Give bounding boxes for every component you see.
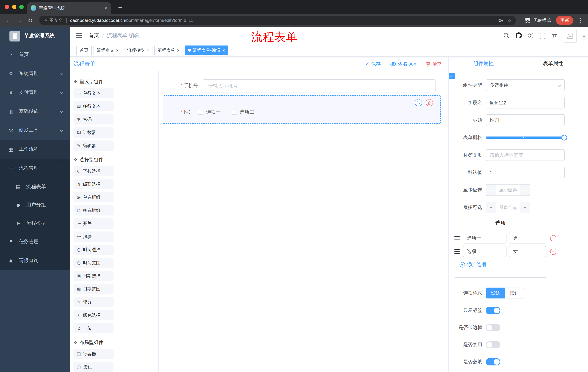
view-json-button[interactable]: 查看json bbox=[390, 61, 416, 67]
address-bar[interactable]: ⚠ 不安全 dashboard.yudao.iocoder.cn /bpm/ma… bbox=[39, 16, 516, 25]
slider-handle[interactable] bbox=[561, 135, 567, 140]
style-button-button[interactable]: 按钮 bbox=[505, 287, 524, 298]
palette-item-time-range[interactable]: ◴时间范围 bbox=[74, 258, 114, 268]
palette-item-date-range[interactable]: ▩日期范围 bbox=[74, 284, 114, 294]
tab-form-props[interactable]: 表单属性 bbox=[518, 57, 588, 71]
hamburger-icon[interactable] bbox=[76, 33, 82, 38]
option-value-input[interactable] bbox=[509, 233, 546, 244]
palette-item-time-picker[interactable]: ◷时间选择 bbox=[74, 244, 114, 255]
close-icon[interactable]: × bbox=[147, 48, 149, 53]
clear-button[interactable]: 清空 bbox=[426, 61, 442, 67]
remove-option-button[interactable]: − bbox=[550, 235, 556, 241]
sidebar-item-process-model[interactable]: ➤流程模型 bbox=[0, 214, 70, 232]
tag-process-model[interactable]: 流程模型× bbox=[124, 46, 152, 55]
reload-icon[interactable]: ↻ bbox=[25, 16, 35, 25]
palette-item-password[interactable]: ✱密码 bbox=[74, 114, 114, 125]
font-size-icon[interactable]: TT bbox=[552, 32, 557, 38]
gender-option-1[interactable]: 选项一 bbox=[198, 109, 221, 115]
security-chip[interactable]: 不安全 bbox=[50, 17, 63, 23]
close-icon[interactable]: × bbox=[222, 48, 225, 53]
new-tab-button[interactable]: + bbox=[115, 3, 125, 12]
tag-home[interactable]: 首页 bbox=[76, 46, 92, 55]
sidebar-item-user-group[interactable]: ☻用户分组 bbox=[0, 196, 70, 214]
palette-item-radio-group[interactable]: ◉单选框组 bbox=[74, 192, 114, 202]
toggle-disabled[interactable] bbox=[486, 341, 500, 348]
checkbox-icon[interactable] bbox=[231, 110, 237, 115]
toggle-with-border[interactable] bbox=[486, 324, 500, 331]
option-label-input[interactable] bbox=[463, 246, 506, 257]
maximize-window-button[interactable] bbox=[19, 5, 24, 9]
checkbox-icon[interactable] bbox=[198, 110, 203, 115]
remove-option-button[interactable]: − bbox=[550, 248, 556, 255]
app-logo[interactable]: 芋道管理系统 bbox=[0, 27, 70, 45]
field-name-input[interactable] bbox=[486, 97, 565, 108]
toggle-show-label[interactable] bbox=[486, 307, 500, 314]
tag-process-form-edit[interactable]: 流程表单-编辑× bbox=[185, 46, 228, 55]
increase-button[interactable]: + bbox=[520, 185, 530, 195]
chevron-down-icon[interactable] bbox=[583, 34, 586, 37]
palette-item-editor[interactable]: ✎编辑器 bbox=[74, 140, 114, 151]
sidebar-item-workflow[interactable]: ▦工作流程 bbox=[0, 140, 70, 159]
palette-item-upload[interactable]: ↥上传 bbox=[74, 323, 114, 333]
sidebar-item-leave-query[interactable]: ♟请假查询 bbox=[0, 251, 70, 270]
drag-handle-icon[interactable] bbox=[454, 251, 460, 252]
forward-icon[interactable]: → bbox=[15, 16, 24, 25]
delete-widget-button[interactable] bbox=[426, 99, 433, 106]
help-icon[interactable]: ? bbox=[528, 33, 533, 38]
increase-button[interactable]: + bbox=[520, 202, 530, 213]
palette-item-select[interactable]: ⊙下拉选择 bbox=[74, 166, 114, 176]
decrease-button[interactable]: − bbox=[486, 185, 496, 195]
palette-item-button[interactable]: ▢按钮 bbox=[74, 362, 114, 372]
browser-tab[interactable]: 芋道管理系统 × bbox=[27, 2, 111, 14]
min-select-input[interactable] bbox=[496, 185, 520, 195]
palette-item-rate[interactable]: ☆评分 bbox=[74, 297, 114, 307]
toggle-required[interactable] bbox=[486, 358, 500, 365]
github-icon[interactable] bbox=[515, 32, 522, 39]
palette-item-counter[interactable]: 123计数器 bbox=[74, 128, 114, 138]
sidebar-item-dev-tools[interactable]: ⚒研发工具 bbox=[0, 121, 70, 140]
avatar[interactable] bbox=[563, 29, 577, 43]
phone-input[interactable] bbox=[203, 79, 436, 93]
palette-item-checkbox-group[interactable]: ☑多选框组 bbox=[74, 205, 114, 215]
search-icon[interactable] bbox=[503, 32, 509, 39]
component-type-select[interactable]: 多选框组 bbox=[486, 79, 565, 91]
fullscreen-icon[interactable] bbox=[540, 32, 546, 38]
palette-item-single-line-text[interactable]: ▭单行文本 bbox=[74, 88, 114, 98]
key-icon[interactable] bbox=[498, 18, 504, 23]
sidebar-item-process-mgmt[interactable]: ≔流程管理 bbox=[0, 159, 70, 178]
back-icon[interactable]: ← bbox=[4, 16, 13, 25]
title-input[interactable] bbox=[486, 114, 565, 126]
tag-process-form[interactable]: 流程表单× bbox=[154, 46, 183, 55]
style-default-button[interactable]: 默认 bbox=[486, 287, 505, 298]
palette-item-cascader[interactable]: ⋔级联选择 bbox=[74, 179, 114, 189]
palette-item-multi-line-text[interactable]: ▤多行文本 bbox=[74, 101, 114, 111]
default-value-input[interactable] bbox=[486, 167, 565, 178]
copy-widget-button[interactable] bbox=[415, 99, 422, 106]
save-button[interactable]: ✓ 保存 bbox=[365, 61, 381, 67]
label-width-input[interactable] bbox=[486, 149, 565, 161]
max-select-input[interactable] bbox=[496, 202, 520, 213]
minimize-window-button[interactable] bbox=[12, 5, 16, 9]
close-window-button[interactable] bbox=[5, 5, 9, 9]
close-icon[interactable]: × bbox=[177, 48, 179, 53]
tag-process-definition[interactable]: 流程定义× bbox=[94, 46, 122, 55]
link-icon[interactable]: ∞ bbox=[449, 73, 455, 79]
selected-widget-gender[interactable]: 性别 选项一 选项二 bbox=[163, 95, 441, 124]
palette-item-row-container[interactable]: ◫行容器 bbox=[74, 349, 114, 359]
palette-item-date-picker[interactable]: ▣日期选择 bbox=[74, 271, 114, 281]
palette-item-switch[interactable]: ⊶开关 bbox=[74, 218, 114, 229]
add-option-button[interactable]: + 添加选项 bbox=[460, 261, 565, 268]
option-value-input[interactable] bbox=[509, 246, 546, 257]
close-icon[interactable]: × bbox=[116, 48, 119, 53]
bookmark-star-icon[interactable]: ☆ bbox=[507, 18, 512, 23]
sidebar-item-process-form[interactable]: ▤流程表单 bbox=[0, 178, 70, 196]
palette-item-slider[interactable]: ⊷滑块 bbox=[74, 232, 114, 242]
sidebar-item-payment-mgmt[interactable]: ¥支付管理 bbox=[0, 83, 70, 102]
drag-handle-icon[interactable] bbox=[454, 238, 460, 238]
sidebar-item-home[interactable]: ◔首页 bbox=[0, 45, 70, 64]
sidebar-item-infrastructure[interactable]: ▥基础设施 bbox=[0, 102, 70, 121]
sidebar-item-task-mgmt[interactable]: ⚑任务管理 bbox=[0, 232, 70, 251]
sidebar-item-system-mgmt[interactable]: ⚙系统管理 bbox=[0, 64, 70, 83]
tab-component-props[interactable]: 组件属性 bbox=[449, 57, 518, 71]
browser-update-button[interactable]: 更新 bbox=[556, 16, 573, 25]
